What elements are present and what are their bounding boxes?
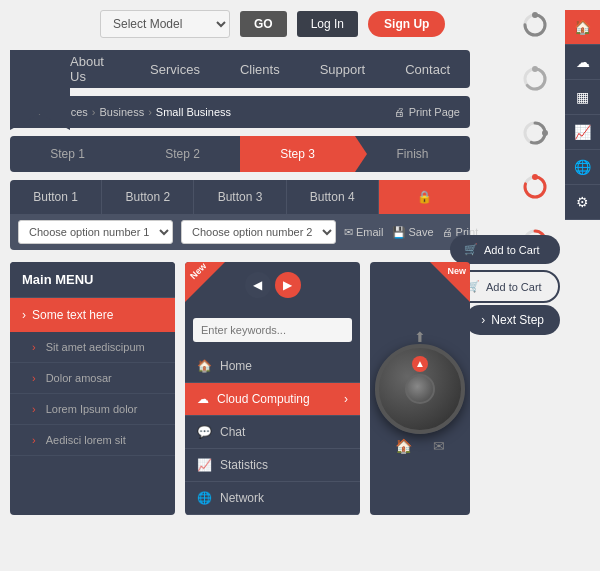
bottom-row: Main MENU › Some text here › Sit amet ae… bbox=[10, 262, 470, 515]
knob-indicator: ▲ bbox=[412, 356, 428, 372]
tab-lock[interactable]: 🔒 bbox=[379, 180, 470, 214]
chat-icon: 💬 bbox=[197, 425, 212, 439]
go-button[interactable]: GO bbox=[240, 11, 287, 37]
sidebar-docs-icon[interactable]: ▦ bbox=[565, 80, 600, 115]
add-to-cart-button-1[interactable]: 🛒 Add to Cart bbox=[450, 235, 560, 264]
nav-contact[interactable]: Contact bbox=[385, 50, 470, 88]
search-nav-stats[interactable]: 📈 Statistics bbox=[185, 449, 360, 482]
search-nav-network[interactable]: 🌐 Network bbox=[185, 482, 360, 515]
sidebar-chart-icon[interactable]: 📈 bbox=[565, 115, 600, 150]
nav-services[interactable]: Services bbox=[130, 50, 220, 88]
menu-item-4[interactable]: › Aedisci lorem sit bbox=[10, 425, 175, 456]
search-wrap bbox=[185, 306, 360, 350]
home-icon: 🏠 bbox=[197, 359, 212, 373]
step-bar: Step 1 Step 2 Step 3 Finish bbox=[10, 136, 470, 172]
sidebar-home-icon[interactable]: 🏠 bbox=[565, 10, 600, 45]
stats-icon: 📈 bbox=[197, 458, 212, 472]
knob-new-text: New bbox=[447, 266, 466, 276]
menu-title: Main MENU bbox=[10, 262, 175, 298]
select-model[interactable]: Select Model bbox=[100, 10, 230, 38]
menu-item-arrow-2: › bbox=[32, 372, 36, 384]
menu-item-arrow-4: › bbox=[32, 434, 36, 446]
menu-item-arrow-3: › bbox=[32, 403, 36, 415]
next-button[interactable]: ▶ bbox=[275, 272, 301, 298]
print-icon: 🖨 bbox=[394, 106, 405, 118]
search-nav-home[interactable]: 🏠 Home bbox=[185, 350, 360, 383]
email-button[interactable]: ✉ Email bbox=[344, 226, 384, 239]
save-icon: 💾 bbox=[392, 226, 406, 239]
tab-button-1[interactable]: Button 1 bbox=[10, 180, 102, 214]
nav-clients[interactable]: Clients bbox=[220, 50, 300, 88]
signup-button[interactable]: Sign Up bbox=[368, 11, 445, 37]
next-step-section: › Next Step bbox=[465, 305, 560, 335]
sidebar-cloud-icon[interactable]: ☁ bbox=[565, 45, 600, 80]
search-input[interactable] bbox=[193, 318, 352, 342]
save-button[interactable]: 💾 Save bbox=[392, 226, 434, 239]
cart-icon-1: 🛒 bbox=[464, 243, 478, 256]
menu-arrow-icon: › bbox=[22, 308, 26, 322]
breadcrumb-bar: 🏠 › Services › Business › Small Business… bbox=[10, 96, 470, 128]
knob-top-icon: ⬆ bbox=[414, 329, 426, 345]
progress-icon-3 bbox=[520, 118, 550, 148]
knob-bottom-left-icon: 🏠 bbox=[395, 438, 412, 454]
button-tabs: Button 1 Button 2 Button 3 Button 4 🔒 bbox=[10, 180, 470, 214]
menu-active-item[interactable]: › Some text here bbox=[10, 298, 175, 332]
step-3[interactable]: Step 3 bbox=[240, 136, 355, 172]
search-panel: New ◀ ▶ 🏠 Home ☁ Cloud Computing › bbox=[185, 262, 360, 515]
svg-point-8 bbox=[542, 130, 548, 136]
svg-point-5 bbox=[532, 66, 538, 72]
next-step-button[interactable]: › Next Step bbox=[465, 305, 560, 335]
progress-icon-4 bbox=[520, 172, 550, 202]
form-select-2[interactable]: Choose option number 2 bbox=[181, 220, 336, 244]
email-icon: ✉ bbox=[344, 226, 353, 239]
form-select-1[interactable]: Choose option number 1 bbox=[18, 220, 173, 244]
svg-point-2 bbox=[532, 12, 538, 18]
breadcrumb-current: Small Business bbox=[156, 106, 231, 118]
search-nav-chat[interactable]: 💬 Chat bbox=[185, 416, 360, 449]
step-2[interactable]: Step 2 bbox=[125, 136, 240, 172]
progress-icon-2 bbox=[520, 64, 550, 94]
network-icon: 🌐 bbox=[197, 491, 212, 505]
knob-inner bbox=[405, 374, 435, 404]
tab-button-2[interactable]: Button 2 bbox=[102, 180, 194, 214]
cloud-arrow: › bbox=[344, 392, 348, 406]
right-sidebar: 🏠 ☁ ▦ 📈 🌐 ⚙ bbox=[565, 10, 600, 220]
menu-item-3[interactable]: › Lorem Ipsum dolor bbox=[10, 394, 175, 425]
tab-button-3[interactable]: Button 3 bbox=[194, 180, 286, 214]
knob-panel: New ⬆ 🏠 ✉ ◁ ▷ ▲ bbox=[370, 262, 470, 515]
search-nav-cloud[interactable]: ☁ Cloud Computing › bbox=[185, 383, 360, 416]
next-icon: › bbox=[481, 313, 485, 327]
main-menu: Main MENU › Some text here › Sit amet ae… bbox=[10, 262, 175, 515]
cloud-icon: ☁ bbox=[197, 392, 209, 406]
nav-bar: 🏠 About Us Services Clients Support Cont… bbox=[10, 50, 470, 88]
sidebar-gear-icon[interactable]: ⚙ bbox=[565, 185, 600, 220]
svg-point-11 bbox=[532, 174, 538, 180]
step-1[interactable]: Step 1 bbox=[10, 136, 125, 172]
breadcrumb-business[interactable]: Business bbox=[100, 106, 145, 118]
login-button[interactable]: Log In bbox=[297, 11, 358, 37]
menu-item-arrow-1: › bbox=[32, 341, 36, 353]
progress-icon-1 bbox=[520, 10, 550, 40]
print-page-button[interactable]: 🖨 Print Page bbox=[394, 106, 460, 118]
menu-item-2[interactable]: › Dolor amosar bbox=[10, 363, 175, 394]
knob-bottom-right-icon: ✉ bbox=[433, 438, 445, 454]
knob-control[interactable]: ▲ bbox=[375, 344, 465, 434]
menu-item-1[interactable]: › Sit amet aediscipum bbox=[10, 332, 175, 363]
tab-button-4[interactable]: Button 4 bbox=[287, 180, 379, 214]
prev-button[interactable]: ◀ bbox=[245, 272, 271, 298]
nav-support[interactable]: Support bbox=[300, 50, 386, 88]
step-finish[interactable]: Finish bbox=[355, 136, 470, 172]
form-row: Choose option number 1 Choose option num… bbox=[10, 214, 470, 250]
sidebar-globe-icon[interactable]: 🌐 bbox=[565, 150, 600, 185]
